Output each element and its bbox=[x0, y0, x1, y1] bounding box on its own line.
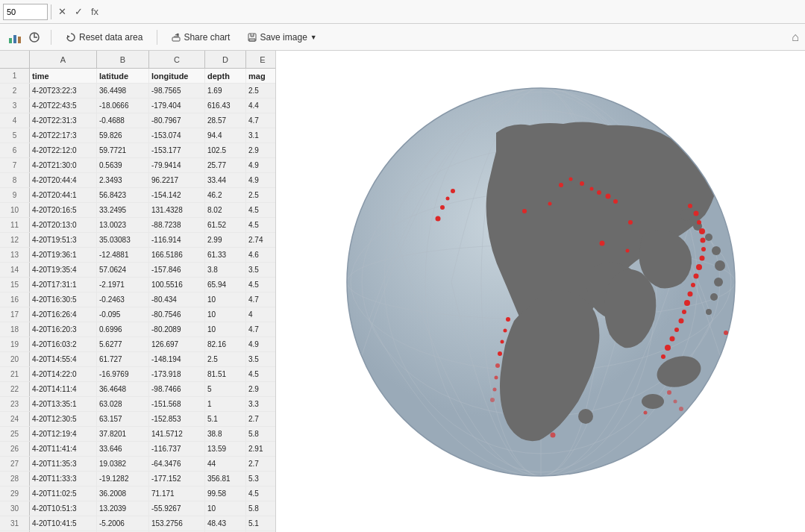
cell-D24[interactable]: 5.1 bbox=[205, 412, 246, 426]
cell-E10[interactable]: 4.5 bbox=[246, 203, 275, 217]
cell-E12[interactable]: 2.74 bbox=[246, 233, 275, 247]
cell-B4[interactable]: -0.4688 bbox=[97, 113, 149, 128]
chart-options-icon[interactable] bbox=[25, 28, 43, 46]
cell-B9[interactable]: 56.8423 bbox=[97, 188, 149, 202]
cell-A16[interactable]: 4-20T16:30:5 bbox=[30, 292, 97, 307]
cell-A28[interactable]: 4-20T11:33:3 bbox=[30, 472, 97, 486]
cell-E22[interactable]: 2.9 bbox=[246, 382, 275, 396]
cell-D21[interactable]: 81.51 bbox=[205, 367, 246, 381]
cell-E5[interactable]: 3.1 bbox=[246, 128, 275, 143]
cell-A30[interactable]: 4-20T10:51:3 bbox=[30, 501, 97, 516]
cell-D19[interactable]: 82.16 bbox=[205, 337, 246, 351]
cell-A2[interactable]: 4-20T23:22:3 bbox=[30, 84, 97, 98]
cell-B16[interactable]: -0.2463 bbox=[97, 292, 149, 307]
cell-D10[interactable]: 8.02 bbox=[205, 203, 246, 217]
cell-D28[interactable]: 356.81 bbox=[205, 472, 246, 486]
cell-C7[interactable]: -79.9414 bbox=[149, 158, 205, 172]
cell-C11[interactable]: -88.7238 bbox=[149, 218, 205, 232]
cell-D6[interactable]: 102.5 bbox=[205, 143, 246, 157]
cell-D29[interactable]: 99.58 bbox=[205, 486, 246, 501]
cell-B31[interactable]: -5.2006 bbox=[97, 516, 149, 531]
cell-D5[interactable]: 94.4 bbox=[205, 128, 246, 143]
cell-E20[interactable]: 3.5 bbox=[246, 352, 275, 366]
cell-C26[interactable]: -116.737 bbox=[149, 442, 205, 456]
cell-A15[interactable]: 4-20T17:31:1 bbox=[30, 278, 97, 292]
cell-B2[interactable]: 36.4498 bbox=[97, 84, 149, 98]
cell-E4[interactable]: 4.7 bbox=[246, 113, 275, 128]
cell-C8[interactable]: 96.2217 bbox=[149, 173, 205, 187]
cell-E8[interactable]: 4.9 bbox=[246, 173, 275, 187]
cell-A31[interactable]: 4-20T10:41:5 bbox=[30, 516, 97, 531]
cell-C12[interactable]: -116.914 bbox=[149, 233, 205, 247]
cell-C18[interactable]: -80.2089 bbox=[149, 322, 205, 337]
confirm-formula-button[interactable]: ✓ bbox=[71, 4, 86, 19]
cell-B15[interactable]: -2.1971 bbox=[97, 278, 149, 292]
cancel-formula-button[interactable]: ✕ bbox=[54, 4, 69, 19]
reset-data-area-button[interactable]: Reset data area bbox=[59, 29, 149, 46]
cell-B14[interactable]: 57.0624 bbox=[97, 263, 149, 277]
cell-C23[interactable]: -151.568 bbox=[149, 397, 205, 411]
cell-A19[interactable]: 4-20T16:03:2 bbox=[30, 337, 97, 351]
cell-C2[interactable]: -98.7565 bbox=[149, 84, 205, 98]
cell-reference-box[interactable]: 50 bbox=[3, 4, 48, 20]
cell-E11[interactable]: 4.5 bbox=[246, 218, 275, 232]
cell-E13[interactable]: 4.6 bbox=[246, 248, 275, 262]
cell-A3[interactable]: 4-20T22:43:5 bbox=[30, 98, 97, 113]
cell-E23[interactable]: 3.3 bbox=[246, 397, 275, 411]
cell-D1[interactable]: depth bbox=[205, 69, 246, 83]
cell-B19[interactable]: 5.6277 bbox=[97, 337, 149, 351]
cell-B6[interactable]: 59.7721 bbox=[97, 143, 149, 157]
cell-A23[interactable]: 4-20T13:35:1 bbox=[30, 397, 97, 411]
cell-A26[interactable]: 4-20T11:41:4 bbox=[30, 442, 97, 456]
cell-C20[interactable]: -148.194 bbox=[149, 352, 205, 366]
cell-A1[interactable]: time bbox=[30, 69, 97, 83]
cell-C14[interactable]: -157.846 bbox=[149, 263, 205, 277]
cell-A29[interactable]: 4-20T11:02:5 bbox=[30, 486, 97, 501]
cell-E24[interactable]: 2.7 bbox=[246, 412, 275, 426]
cell-C1[interactable]: longitude bbox=[149, 69, 205, 83]
cell-C3[interactable]: -179.404 bbox=[149, 98, 205, 113]
cell-D13[interactable]: 61.33 bbox=[205, 248, 246, 262]
cell-D17[interactable]: 10 bbox=[205, 307, 246, 322]
cell-E1[interactable]: mag bbox=[246, 69, 275, 83]
cell-B8[interactable]: 2.3493 bbox=[97, 173, 149, 187]
cell-C16[interactable]: -80.434 bbox=[149, 292, 205, 307]
cell-B17[interactable]: -0.095 bbox=[97, 307, 149, 322]
cell-E15[interactable]: 4.5 bbox=[246, 278, 275, 292]
cell-B21[interactable]: -16.9769 bbox=[97, 367, 149, 381]
cell-B26[interactable]: 33.646 bbox=[97, 442, 149, 456]
cell-D30[interactable]: 10 bbox=[205, 501, 246, 516]
share-chart-button[interactable]: Share chart bbox=[165, 29, 237, 46]
cell-C6[interactable]: -153.177 bbox=[149, 143, 205, 157]
cell-A4[interactable]: 4-20T22:31:3 bbox=[30, 113, 97, 128]
cell-C9[interactable]: -154.142 bbox=[149, 188, 205, 202]
home-button[interactable]: ⌂ bbox=[792, 31, 799, 44]
cell-A24[interactable]: 4-20T12:30:5 bbox=[30, 412, 97, 426]
cell-C4[interactable]: -80.7967 bbox=[149, 113, 205, 128]
cell-E25[interactable]: 5.8 bbox=[246, 427, 275, 441]
cell-E26[interactable]: 2.91 bbox=[246, 442, 275, 456]
cell-E31[interactable]: 5.1 bbox=[246, 516, 275, 531]
cell-A27[interactable]: 4-20T11:35:3 bbox=[30, 457, 97, 471]
cell-C27[interactable]: -64.3476 bbox=[149, 457, 205, 471]
cell-B7[interactable]: 0.5639 bbox=[97, 158, 149, 172]
cell-A20[interactable]: 4-20T14:55:4 bbox=[30, 352, 97, 366]
cell-E6[interactable]: 2.9 bbox=[246, 143, 275, 157]
cell-D16[interactable]: 10 bbox=[205, 292, 246, 307]
cell-D8[interactable]: 33.44 bbox=[205, 173, 246, 187]
cell-B12[interactable]: 35.03083 bbox=[97, 233, 149, 247]
cell-D11[interactable]: 61.52 bbox=[205, 218, 246, 232]
cell-D27[interactable]: 44 bbox=[205, 457, 246, 471]
cell-E9[interactable]: 2.5 bbox=[246, 188, 275, 202]
cell-C17[interactable]: -80.7546 bbox=[149, 307, 205, 322]
cell-D7[interactable]: 25.77 bbox=[205, 158, 246, 172]
cell-E27[interactable]: 2.7 bbox=[246, 457, 275, 471]
cell-A13[interactable]: 4-20T19:36:1 bbox=[30, 248, 97, 262]
cell-A5[interactable]: 4-20T22:17:3 bbox=[30, 128, 97, 143]
cell-C30[interactable]: -55.9267 bbox=[149, 501, 205, 516]
cell-C22[interactable]: -98.7466 bbox=[149, 382, 205, 396]
cell-D22[interactable]: 5 bbox=[205, 382, 246, 396]
cell-A11[interactable]: 4-20T20:13:0 bbox=[30, 218, 97, 232]
cell-E14[interactable]: 3.5 bbox=[246, 263, 275, 277]
cell-E19[interactable]: 4.9 bbox=[246, 337, 275, 351]
